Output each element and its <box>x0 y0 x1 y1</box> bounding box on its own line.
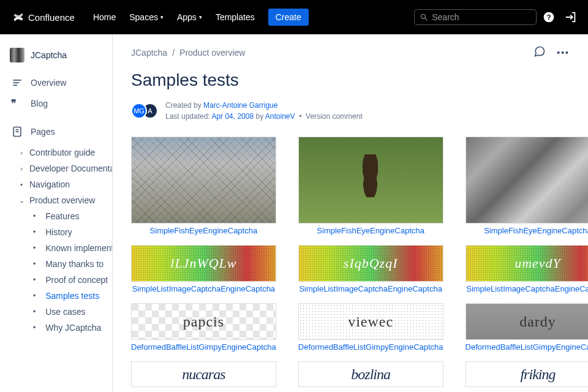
captcha-image[interactable]: lLJnWQLw <box>131 245 276 282</box>
create-button[interactable]: Create <box>268 9 309 26</box>
captcha-image[interactable] <box>131 137 276 224</box>
svg-line-1 <box>425 18 428 21</box>
svg-point-0 <box>421 14 425 18</box>
sidebar-blog[interactable]: ❞ Blog <box>5 93 112 114</box>
chevron-right-icon: › <box>17 165 26 172</box>
overview-icon <box>11 77 23 89</box>
caption-link[interactable]: SimpleListImageCaptchaEngineCaptcha <box>131 284 276 293</box>
nav-spaces[interactable]: Spaces▾ <box>123 7 170 27</box>
more-actions-icon[interactable]: ••• <box>557 48 570 58</box>
sidebar-overview[interactable]: Overview <box>5 72 112 93</box>
caption-link[interactable]: SimpleListImageCaptchaEngineCaptcha <box>298 284 443 293</box>
captcha-image[interactable]: papcis <box>131 303 276 340</box>
product-name: Confluence <box>28 12 75 23</box>
tree-item[interactable]: Samples tests <box>17 288 112 304</box>
gallery-cell: viewecDeformedBaffleListGimpyEngineCaptc… <box>298 303 443 352</box>
tree-item[interactable]: Proof of concept <box>17 272 112 288</box>
updater-link[interactable]: AntoineV <box>265 112 295 121</box>
gallery-cell: friking <box>466 361 588 387</box>
login-icon[interactable] <box>561 7 581 27</box>
tree-item[interactable]: Known implement... <box>17 240 112 256</box>
sidebar-pages[interactable]: Pages <box>5 121 112 142</box>
page-title: Samples tests <box>131 70 570 90</box>
help-icon[interactable]: ? <box>539 7 559 27</box>
caption-link[interactable]: SimpleListImageCaptchaEngineCaptcha <box>466 284 588 293</box>
gallery-cell: SimpleFishEyeEngineCaptcha <box>131 137 276 235</box>
updated-date-link[interactable]: Apr 04, 2008 <box>211 112 254 121</box>
gallery-cell: dardyDeformedBaffleListGimpyEngineCaptch… <box>466 303 588 352</box>
tree-item[interactable]: ›Developer Documenta... <box>5 160 112 176</box>
version-comment[interactable]: Version comment <box>306 112 363 121</box>
chevron-right-icon: › <box>17 149 26 156</box>
bullet-icon: • <box>17 181 26 188</box>
captcha-image[interactable]: friking <box>466 361 588 387</box>
search-box[interactable] <box>414 9 537 25</box>
tree-item[interactable]: History <box>17 224 112 240</box>
chevron-down-icon: ▾ <box>160 14 164 20</box>
confluence-logo[interactable]: Confluence <box>7 11 80 23</box>
gallery-cell: SimpleFishEyeEngineCaptcha <box>298 137 443 235</box>
caption-link[interactable]: SimpleFishEyeEngineCaptcha <box>131 226 276 235</box>
gallery-cell: bozlina <box>298 361 443 387</box>
gallery-cell: SimpleFishEyeEngineCaptcha <box>466 137 588 235</box>
captcha-image[interactable]: umevdY <box>466 245 588 282</box>
global-nav: Confluence Home Spaces▾ Apps▾ Templates … <box>0 0 588 34</box>
page-actions: ••• <box>533 45 570 59</box>
tree-item[interactable]: Why JCaptcha <box>17 320 112 336</box>
gallery-cell: nucaras <box>131 361 276 387</box>
breadcrumb-link[interactable]: Product overview <box>179 48 245 58</box>
captcha-image[interactable]: dardy <box>466 303 588 340</box>
tree-item[interactable]: ⌄Product overview <box>5 192 112 208</box>
captcha-image[interactable] <box>466 137 588 224</box>
tree-item[interactable]: Many thanks to <box>17 256 112 272</box>
gallery-cell: papcisDeformedBaffleListGimpyEngineCaptc… <box>131 303 276 352</box>
nav-templates[interactable]: Templates <box>209 7 261 27</box>
author-link[interactable]: Marc-Antoine Garrigue <box>203 101 277 110</box>
space-header[interactable]: JCaptcha <box>5 44 112 72</box>
space-name: JCaptcha <box>31 50 67 60</box>
page-content: JCaptcha / Product overview ••• Samples … <box>113 34 588 392</box>
captcha-image[interactable] <box>298 137 443 224</box>
search-input[interactable] <box>432 12 531 22</box>
search-icon <box>420 12 428 22</box>
chevron-down-icon: ▾ <box>199 14 202 20</box>
captcha-image[interactable]: viewec <box>298 303 443 340</box>
tree-item[interactable]: Use cases <box>17 304 112 320</box>
caption-link[interactable]: SimpleFishEyeEngineCaptcha <box>466 226 588 235</box>
captcha-image[interactable]: nucaras <box>131 361 276 387</box>
sample-gallery: SimpleFishEyeEngineCaptchaSimpleFishEyeE… <box>131 137 570 387</box>
space-avatar <box>10 48 24 62</box>
breadcrumbs: JCaptcha / Product overview <box>131 48 245 58</box>
byline: MG A Created by Marc-Antoine Garrigue La… <box>131 100 570 122</box>
captcha-image[interactable]: sIqbQzqI <box>298 245 443 282</box>
gallery-cell: sIqbQzqISimpleListImageCaptchaEngineCapt… <box>298 245 443 293</box>
blog-icon: ❞ <box>11 97 23 110</box>
nav-apps[interactable]: Apps▾ <box>171 7 208 27</box>
tree-item[interactable]: Features <box>17 208 112 224</box>
contributor-avatars: MG A <box>131 103 158 119</box>
pages-icon <box>11 126 23 138</box>
tree-item[interactable]: •Navigation <box>5 176 112 192</box>
tree-item[interactable]: ›Contributor guide <box>5 145 112 160</box>
space-sidebar: JCaptcha Overview ❞ Blog Pages ›Contribu… <box>0 34 113 392</box>
primary-nav: Home Spaces▾ Apps▾ Templates <box>87 7 261 27</box>
page-tree: ›Contributor guide›Developer Documenta..… <box>5 145 112 336</box>
caption-link[interactable]: SimpleFishEyeEngineCaptcha <box>298 226 443 235</box>
caption-link[interactable]: DeformedBaffleListGimpyEngineCaptcha <box>131 342 276 352</box>
gallery-cell: lLJnWQLwSimpleListImageCaptchaEngineCapt… <box>131 245 276 293</box>
caption-link[interactable]: DeformedBaffleListGimpyEngineCaptcha <box>298 342 443 352</box>
breadcrumb-link[interactable]: JCaptcha <box>131 48 167 58</box>
gallery-cell: umevdYSimpleListImageCaptchaEngineCaptch… <box>466 245 588 293</box>
chevron-down-icon: ⌄ <box>17 197 26 205</box>
nav-home[interactable]: Home <box>87 7 122 27</box>
svg-text:?: ? <box>546 13 551 21</box>
caption-link[interactable]: DeformedBaffleListGimpyEngineCaptcha <box>466 342 588 352</box>
captcha-image[interactable]: bozlina <box>298 361 443 387</box>
confluence-icon <box>12 11 24 23</box>
comments-icon[interactable] <box>533 45 546 59</box>
avatar[interactable]: MG <box>131 103 147 119</box>
